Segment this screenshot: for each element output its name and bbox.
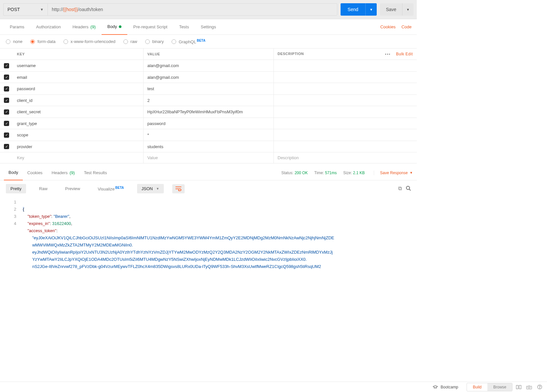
body-type-raw[interactable]: raw	[123, 39, 137, 44]
cell-key[interactable]: username	[13, 60, 143, 72]
tab-params[interactable]: Params	[4, 19, 30, 35]
response-code: { "token_type": "Bearer", "expires_in": …	[23, 199, 417, 270]
cell-value[interactable]: *	[143, 129, 274, 141]
checkbox-icon[interactable]: ✓	[4, 133, 9, 138]
body-type-binary[interactable]: binary	[145, 39, 164, 44]
url-input[interactable]: http://{{host}}/oauth/token	[48, 3, 337, 16]
cell-key[interactable]: password	[13, 83, 143, 95]
tab-settings[interactable]: Settings	[195, 19, 222, 35]
chevron-down-icon: ▼	[40, 7, 44, 11]
send-dropdown[interactable]: ▼	[365, 3, 377, 16]
checkbox-icon[interactable]: ✓	[4, 75, 9, 80]
size-label: Size:	[343, 171, 352, 175]
cell-value[interactable]: password	[143, 118, 274, 129]
cell-description[interactable]	[274, 60, 417, 72]
line-gutter: 1234	[0, 199, 23, 270]
bulk-edit-link[interactable]: Bulk Edit	[396, 52, 413, 56]
cell-description[interactable]	[274, 94, 417, 106]
save-dropdown[interactable]: ▼	[402, 3, 414, 16]
format-visualize[interactable]: VisualizeBETA	[93, 184, 128, 194]
code-link[interactable]: Code	[401, 24, 412, 29]
table-row-placeholder[interactable]: Key Value Description	[0, 152, 417, 163]
response-tab-body[interactable]: Body	[4, 165, 23, 180]
svg-line-3	[409, 189, 411, 190]
table-row[interactable]: ✓ password test	[0, 83, 417, 95]
tab-body[interactable]: Body	[102, 19, 128, 35]
table-row[interactable]: ✓ provider students	[0, 141, 417, 152]
checkbox-icon[interactable]: ✓	[4, 86, 9, 91]
col-description: DESCRIPTION ••• Bulk Edit	[274, 49, 417, 60]
url-prefix: http://	[52, 7, 63, 12]
cell-key[interactable]: grant_type	[13, 118, 143, 129]
cell-description[interactable]	[274, 141, 417, 152]
format-pretty[interactable]: Pretty	[6, 184, 26, 193]
cell-value[interactable]: test	[143, 83, 274, 95]
url-host-var: {{host}}	[63, 7, 78, 12]
table-row[interactable]: ✓ scope *	[0, 129, 417, 141]
time-label: Time:	[314, 171, 324, 175]
body-type-none[interactable]: none	[6, 39, 22, 44]
status-label: Status:	[281, 171, 293, 175]
status-value: 200 OK	[295, 171, 308, 175]
checkbox-icon[interactable]: ✓	[4, 109, 9, 115]
cell-description-placeholder[interactable]: Description	[274, 152, 417, 163]
chevron-down-icon: ▼	[410, 171, 413, 175]
form-data-table: KEY VALUE DESCRIPTION ••• Bulk Edit ✓ us…	[0, 49, 417, 163]
tab-headers[interactable]: Headers (9)	[67, 19, 102, 35]
tab-authorization[interactable]: Authorization	[30, 19, 67, 35]
method-value: POST	[7, 7, 20, 12]
dot-indicator-icon	[119, 25, 121, 28]
col-value: VALUE	[143, 49, 274, 60]
tab-tests[interactable]: Tests	[173, 19, 195, 35]
send-button[interactable]: Send	[341, 3, 366, 16]
body-type-urlencoded[interactable]: x-www-form-urlencoded	[63, 39, 116, 44]
cell-value-placeholder[interactable]: Value	[143, 152, 274, 163]
cell-description[interactable]	[274, 83, 417, 95]
response-body[interactable]: 1234 { "token_type": "Bearer", "expires_…	[0, 197, 417, 274]
cell-key[interactable]: scope	[13, 129, 143, 141]
checkbox-icon[interactable]: ✓	[4, 144, 9, 149]
chevron-down-icon: ▼	[156, 187, 159, 190]
checkbox-icon[interactable]: ✓	[4, 121, 9, 126]
more-options-icon[interactable]: •••	[385, 52, 391, 56]
cell-description[interactable]	[274, 118, 417, 129]
cell-key[interactable]: client_id	[13, 94, 143, 106]
method-select[interactable]: POST ▼	[3, 3, 48, 16]
cell-key[interactable]: provider	[13, 141, 143, 152]
checkbox-icon[interactable]: ✓	[4, 98, 9, 103]
response-tab-headers[interactable]: Headers (9)	[47, 165, 79, 180]
cell-description[interactable]	[274, 129, 417, 141]
table-row[interactable]: ✓ email alan@gmail.com	[0, 71, 417, 83]
search-icon[interactable]	[406, 186, 411, 192]
cell-key-placeholder[interactable]: Key	[13, 152, 143, 163]
size-value: 2.1 KB	[353, 171, 365, 175]
cell-value[interactable]: alan@gmail.com	[143, 60, 274, 72]
checkbox-icon[interactable]: ✓	[4, 63, 9, 68]
tab-pre-request[interactable]: Pre-request Script	[127, 19, 173, 35]
body-type-graphql[interactable]: GraphQLBETA	[172, 39, 205, 44]
col-key: KEY	[13, 49, 143, 60]
copy-icon[interactable]: ⧉	[398, 186, 402, 192]
cell-key[interactable]: email	[13, 71, 143, 83]
table-row[interactable]: ✓ client_id 2	[0, 94, 417, 106]
save-response-button[interactable]: Save Response ▼	[374, 171, 413, 175]
language-select[interactable]: JSON ▼	[137, 184, 164, 193]
cell-description[interactable]	[274, 71, 417, 83]
table-row[interactable]: ✓ client_secret HpXHur22lIbaNPTeyP0feWim…	[0, 106, 417, 118]
cell-value[interactable]: HpXHur22lIbaNPTeyP0feWimHMuxFbPnsM3yif0m	[143, 106, 274, 118]
save-button[interactable]: Save	[380, 3, 402, 16]
table-row[interactable]: ✓ grant_type password	[0, 118, 417, 129]
wrap-lines-icon[interactable]	[172, 184, 185, 193]
cell-key[interactable]: client_secret	[13, 106, 143, 118]
cookies-link[interactable]: Cookies	[380, 24, 396, 29]
response-tab-test-results[interactable]: Test Results	[79, 165, 112, 180]
cell-value[interactable]: students	[143, 141, 274, 152]
format-preview[interactable]: Preview	[61, 184, 85, 193]
response-tab-cookies[interactable]: Cookies	[23, 165, 47, 180]
cell-description[interactable]	[274, 106, 417, 118]
table-row[interactable]: ✓ username alan@gmail.com	[0, 60, 417, 72]
body-type-form-data[interactable]: form-data	[30, 39, 56, 44]
cell-value[interactable]: 2	[143, 94, 274, 106]
cell-value[interactable]: alan@gmail.com	[143, 71, 274, 83]
format-raw[interactable]: Raw	[35, 184, 52, 193]
